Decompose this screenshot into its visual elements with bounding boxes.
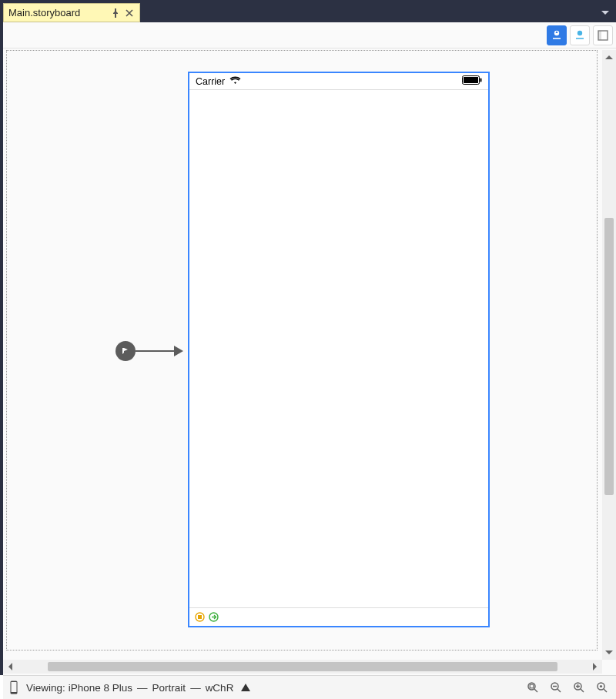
zoom-in-button[interactable] bbox=[571, 680, 587, 695]
device-name[interactable]: iPhone 8 Plus bbox=[69, 682, 132, 694]
vertical-scroll-track[interactable] bbox=[602, 64, 616, 646]
view-controller-icon[interactable] bbox=[194, 612, 205, 623]
close-tab-icon[interactable] bbox=[124, 8, 135, 18]
svg-rect-5 bbox=[464, 77, 478, 83]
zoom-out-button[interactable] bbox=[548, 680, 564, 695]
size-class-label[interactable]: wChR bbox=[206, 682, 234, 694]
svg-point-1 bbox=[578, 31, 582, 35]
entry-arrow-head-icon bbox=[174, 346, 183, 356]
carrier-label: Carrier bbox=[196, 76, 225, 87]
simulated-status-bar: Carrier bbox=[189, 73, 488, 90]
separator: — bbox=[186, 682, 206, 694]
separator: — bbox=[132, 682, 152, 694]
battery-icon bbox=[462, 75, 482, 87]
scene-dock bbox=[189, 607, 488, 626]
trait-disclosure-icon[interactable] bbox=[241, 682, 250, 694]
initial-view-controller-handle[interactable] bbox=[116, 341, 136, 361]
entry-arrow-line bbox=[136, 350, 174, 352]
tab-overflow-menu[interactable] bbox=[599, 3, 611, 22]
pin-tab-icon[interactable] bbox=[110, 8, 121, 18]
trait-bar: Viewing: iPhone 8 Plus — Portrait — wChR bbox=[3, 675, 616, 699]
svg-rect-8 bbox=[198, 615, 202, 619]
scroll-up-arrow-icon[interactable] bbox=[602, 50, 616, 64]
scroll-right-arrow-icon[interactable] bbox=[588, 660, 602, 674]
document-tab-title: Main.storyboard bbox=[8, 7, 80, 18]
wifi-icon bbox=[229, 75, 241, 87]
device-icon bbox=[9, 680, 18, 695]
design-surface[interactable]: Carrier bbox=[3, 48, 616, 675]
orientation-label[interactable]: Portrait bbox=[152, 682, 186, 694]
first-responder-icon[interactable] bbox=[208, 612, 219, 623]
tab-bar bbox=[140, 3, 616, 22]
scroll-down-arrow-icon[interactable] bbox=[602, 646, 616, 660]
svg-rect-11 bbox=[12, 682, 17, 692]
viewing-prefix: Viewing: bbox=[26, 682, 65, 694]
editor-toolbar bbox=[3, 22, 616, 48]
zoom-to-fit-button[interactable] bbox=[525, 680, 541, 695]
document-outline-toggle[interactable] bbox=[593, 25, 613, 45]
view-controller-scene[interactable]: Carrier bbox=[188, 72, 490, 627]
scroll-left-arrow-icon[interactable] bbox=[3, 660, 17, 674]
svg-rect-13 bbox=[530, 684, 534, 688]
svg-point-12 bbox=[528, 683, 535, 690]
svg-rect-6 bbox=[480, 79, 482, 82]
vertical-scroll-thumb[interactable] bbox=[604, 218, 614, 495]
horizontal-scroll-track[interactable] bbox=[17, 660, 588, 674]
autoresizing-mode-button[interactable] bbox=[570, 25, 590, 45]
svg-rect-3 bbox=[598, 31, 601, 40]
svg-point-17 bbox=[600, 685, 602, 687]
document-tab[interactable]: Main.storyboard bbox=[3, 3, 140, 22]
horizontal-scrollbar[interactable] bbox=[3, 660, 602, 674]
horizontal-scroll-thumb[interactable] bbox=[48, 662, 557, 671]
zoom-actual-button[interactable] bbox=[594, 680, 610, 695]
vertical-scrollbar[interactable] bbox=[602, 50, 616, 660]
constraints-mode-button[interactable] bbox=[547, 25, 567, 45]
